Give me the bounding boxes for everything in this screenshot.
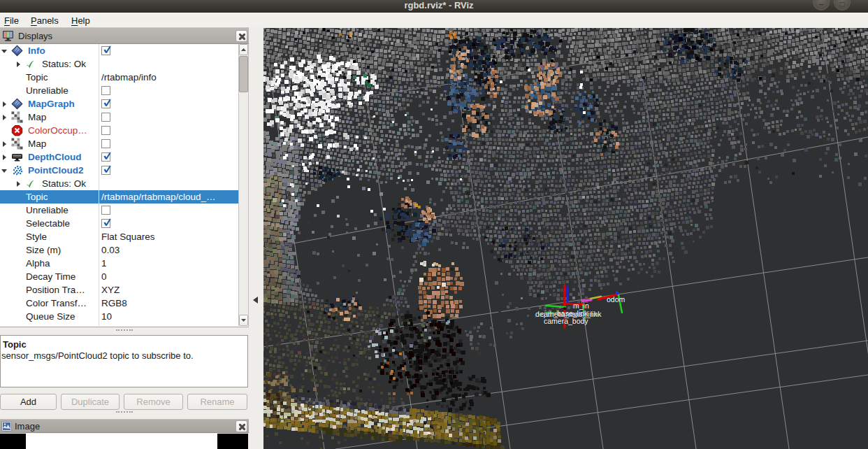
svg-text:camera_body: camera_body [544,317,588,325]
svg-text:odom: odom [607,295,625,304]
